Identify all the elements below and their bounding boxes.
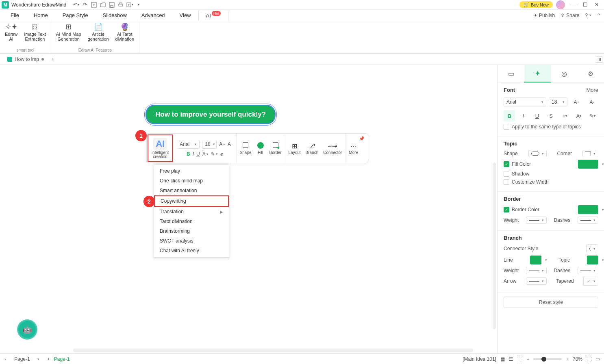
dd-one-click-mindmap[interactable]: One-click mind map xyxy=(154,176,229,186)
highlight-button[interactable]: ✎▾ xyxy=(587,110,598,121)
pin-icon[interactable]: 📌 xyxy=(359,136,365,141)
menu-slideshow[interactable]: Slideshow xyxy=(96,10,134,21)
branch-weight-select[interactable]: ▾ xyxy=(526,267,547,274)
maximize-button[interactable]: ☐ xyxy=(580,1,591,9)
tapered-select[interactable]: ⟋▾ xyxy=(583,277,598,286)
vertical-scrollbar[interactable] xyxy=(493,162,496,329)
font-more-link[interactable]: More xyxy=(586,87,598,93)
menu-home[interactable]: Home xyxy=(26,10,55,21)
apply-same-type-checkbox[interactable] xyxy=(504,124,509,130)
menu-file[interactable]: File xyxy=(3,10,26,21)
fill-button[interactable]: Fill xyxy=(257,142,264,155)
canvas[interactable]: How to improve yourself quickly? 1 2 AI … xyxy=(0,65,498,353)
font-family-select[interactable]: Arial▾ xyxy=(177,140,200,149)
document-tab[interactable]: How to imp xyxy=(3,54,48,65)
arrow-select[interactable]: ▾ xyxy=(526,277,547,285)
dd-free-play[interactable]: Free play xyxy=(154,166,229,176)
user-avatar[interactable] xyxy=(556,0,565,9)
ai-intelligent-creation-button[interactable]: AI intelligent creation xyxy=(148,134,173,162)
menu-advanced[interactable]: Advanced xyxy=(134,10,172,21)
undo-button[interactable]: ↶▾ xyxy=(72,1,80,9)
rtab-settings[interactable]: ⚙ xyxy=(578,65,604,82)
font-family-select[interactable]: Arial▾ xyxy=(504,98,546,106)
italic-button[interactable]: I xyxy=(517,110,529,121)
add-tab-button[interactable]: + xyxy=(48,56,58,62)
border-weight-select[interactable]: ▾ xyxy=(526,217,547,224)
shape-button[interactable]: Shape xyxy=(240,142,252,155)
dd-copywriting[interactable]: Copywriting xyxy=(154,195,229,207)
rtab-style[interactable]: ✦ xyxy=(524,65,551,82)
ai-chat-fab[interactable]: 🤖 xyxy=(17,319,37,340)
font-size-select[interactable]: 18▾ xyxy=(549,98,567,106)
shadow-checkbox[interactable] xyxy=(504,171,509,177)
align-button[interactable]: ≡▾ xyxy=(559,110,571,121)
underline-button[interactable]: U xyxy=(531,110,543,121)
font-grow-button[interactable]: A+ xyxy=(570,96,583,108)
save-button[interactable] xyxy=(108,1,116,9)
new-button[interactable] xyxy=(90,1,98,9)
ai-tarot-button[interactable]: 🔮 AI Tarot divination xyxy=(114,23,136,41)
underline-button[interactable]: U xyxy=(196,151,200,157)
zoom-in-button[interactable]: + xyxy=(566,356,569,362)
fill-color-swatch[interactable]: ▾ xyxy=(578,160,598,169)
open-button[interactable] xyxy=(99,1,107,9)
italic-button[interactable]: I xyxy=(193,151,194,157)
view-mode-2[interactable]: ☰ xyxy=(509,356,513,362)
article-generation-button[interactable]: 📄 Article generation xyxy=(86,23,111,41)
export-button[interactable]: ▾ xyxy=(126,1,134,9)
corner-select[interactable]: ▾ xyxy=(582,150,598,157)
font-grow-button[interactable]: A+ xyxy=(219,141,225,147)
minimize-button[interactable]: — xyxy=(568,1,580,9)
dd-brainstorming[interactable]: Brainstorming xyxy=(154,226,229,236)
buy-now-button[interactable]: 🛒 Buy Now xyxy=(519,1,553,8)
fit-page-button[interactable]: ⛶ xyxy=(517,356,522,362)
zoom-out-button[interactable]: − xyxy=(526,356,529,362)
bold-button[interactable]: B xyxy=(504,110,515,121)
collapse-ribbon-button[interactable]: ⌃ xyxy=(597,13,601,18)
border-color-checkbox[interactable]: ✓ xyxy=(504,207,509,212)
image-text-extraction-button[interactable]: ⌼ Image Text Extraction xyxy=(22,23,48,41)
connector-style-select[interactable]: ⟨▾ xyxy=(586,244,598,253)
more-button[interactable]: ⋯More xyxy=(349,142,358,155)
connector-button[interactable]: ⟿Connector xyxy=(323,142,342,155)
font-color-button[interactable]: A▾ xyxy=(202,151,209,157)
layout-button[interactable]: ⊞Layout xyxy=(289,142,301,155)
redo-button[interactable]: ↷ xyxy=(81,1,89,9)
dd-translation[interactable]: Translation▶ xyxy=(154,207,229,217)
custom-width-checkbox[interactable] xyxy=(504,179,509,185)
share-button[interactable]: ⇪Share xyxy=(561,13,579,18)
dd-swot[interactable]: SWOT analysis xyxy=(154,236,229,246)
rtab-tag[interactable]: ◎ xyxy=(551,65,578,82)
qat-customize[interactable]: ▾ xyxy=(135,1,143,9)
view-mode-1[interactable]: ▦ xyxy=(500,356,505,362)
page-select[interactable]: Page-1▾ xyxy=(11,355,43,363)
dd-chat-ai[interactable]: Chat with AI freely xyxy=(154,246,229,256)
font-shrink-button[interactable]: A- xyxy=(228,141,233,147)
page-tab-active[interactable]: Page-1 xyxy=(54,356,70,362)
line-color-swatch[interactable]: ▾ xyxy=(530,256,541,264)
branch-button[interactable]: ⎇Branch xyxy=(306,142,319,155)
expand-panel-button[interactable]: ◨ xyxy=(596,56,602,63)
strikethrough-button[interactable]: S xyxy=(545,110,556,121)
add-page-button[interactable]: + xyxy=(47,356,50,362)
dd-smart-annotation[interactable]: Smart annotation xyxy=(154,186,229,195)
font-size-select[interactable]: 18▾ xyxy=(202,140,217,149)
presentation-button[interactable]: ▭ xyxy=(595,356,600,362)
horizontal-scrollbar[interactable] xyxy=(73,349,473,352)
fill-color-checkbox[interactable]: ✓ xyxy=(504,161,509,167)
menu-ai[interactable]: AIHot xyxy=(198,10,228,21)
highlight-button[interactable]: ✎▾ xyxy=(211,151,218,157)
border-button[interactable]: Border xyxy=(269,142,282,155)
font-color-button[interactable]: A▾ xyxy=(573,110,584,121)
publish-button[interactable]: ✈Publish xyxy=(533,13,555,18)
clear-format-button[interactable]: ⌀ xyxy=(220,151,223,157)
print-button[interactable] xyxy=(117,1,125,9)
reset-style-button[interactable]: Reset style xyxy=(504,297,598,308)
border-dashes-select[interactable]: ▾ xyxy=(578,217,598,224)
shape-select[interactable]: ▾ xyxy=(528,150,547,157)
bold-button[interactable]: B xyxy=(187,151,190,157)
edraw-ai-button[interactable]: ✧✦ Edraw AI xyxy=(3,23,19,41)
main-topic-node[interactable]: How to improve yourself quickly? xyxy=(146,105,276,124)
outline-toggle[interactable]: ⫞ xyxy=(4,356,7,362)
fullscreen-button[interactable]: ⛶ xyxy=(587,356,591,362)
